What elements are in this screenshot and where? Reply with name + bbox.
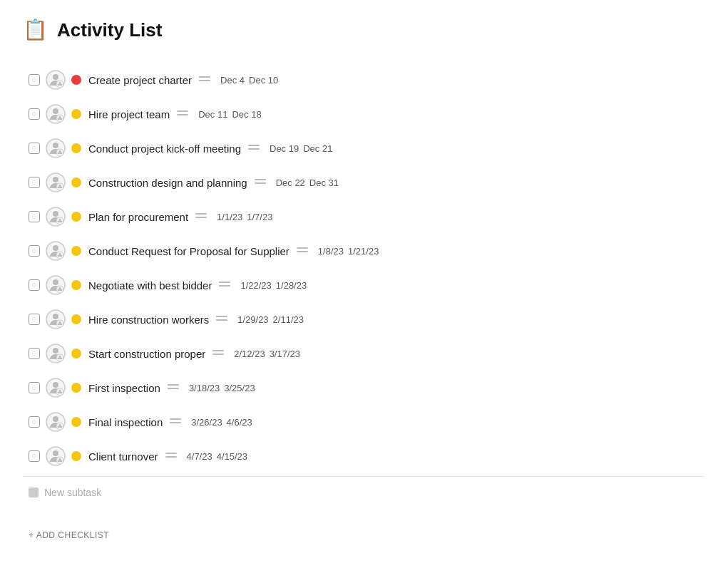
task-name: Create project charter [88, 74, 192, 86]
task-row[interactable]: Final inspection3/26/234/6/23 [23, 405, 705, 439]
task-name: Hire construction workers [88, 314, 209, 326]
task-lines-icon [168, 416, 183, 428]
task-date-end: 2/11/23 [273, 314, 304, 325]
status-dot [71, 246, 81, 256]
task-name: Client turnover [88, 450, 158, 463]
task-checkbox[interactable] [29, 279, 40, 291]
task-row[interactable]: Create project charterDec 4Dec 10 [23, 63, 705, 97]
status-dot [71, 417, 81, 427]
task-dates: 1/1/231/7/23 [217, 212, 272, 222]
task-row[interactable]: Start construction proper2/12/233/17/23 [23, 336, 705, 371]
task-date-end: 3/25/23 [224, 383, 255, 393]
task-checkbox[interactable] [29, 143, 40, 154]
task-lines-icon [253, 176, 267, 189]
task-row[interactable]: First inspection3/18/233/25/23 [23, 371, 705, 405]
task-name: Hire project team [88, 108, 170, 120]
assignee-icon [46, 446, 66, 466]
task-lines-icon [164, 450, 178, 463]
svg-point-1 [53, 74, 58, 80]
assignee-icon [46, 172, 66, 192]
page-header: 📋 Activity List [23, 17, 705, 43]
task-dates: Dec 4Dec 10 [220, 75, 278, 86]
assignee-icon [46, 70, 66, 90]
task-checkbox[interactable] [29, 416, 40, 428]
task-lines-icon [211, 347, 225, 360]
task-dates: 1/8/231/21/23 [318, 246, 379, 257]
task-dates: Dec 22Dec 31 [276, 177, 339, 188]
task-checkbox[interactable] [29, 245, 40, 257]
svg-point-29 [53, 314, 58, 319]
add-checklist-button[interactable]: + ADD CHECKLIST [29, 530, 109, 540]
task-checkbox[interactable] [29, 450, 40, 462]
task-dates: 1/29/232/11/23 [237, 314, 304, 325]
task-date-start: Dec 22 [276, 177, 305, 188]
svg-point-41 [53, 416, 58, 422]
task-checkbox[interactable] [29, 348, 40, 359]
svg-point-37 [53, 382, 58, 388]
task-checkbox[interactable] [29, 108, 40, 120]
new-subtask-label[interactable]: New subtask [44, 487, 101, 498]
task-date-start: 4/7/23 [187, 451, 212, 462]
task-date-start: Dec 4 [220, 75, 245, 86]
status-dot [71, 143, 81, 153]
status-dot [71, 109, 81, 119]
task-date-start: 1/29/23 [237, 314, 268, 325]
svg-point-5 [53, 108, 58, 114]
task-row[interactable]: Negotiate with best bidder1/22/231/28/23 [23, 268, 705, 302]
svg-point-21 [53, 245, 58, 251]
task-lines-icon [295, 244, 309, 257]
assignee-icon [46, 378, 66, 398]
task-date-end: Dec 31 [309, 177, 339, 188]
task-date-start: 1/1/23 [217, 212, 242, 222]
task-name: Plan for procurement [88, 211, 188, 223]
task-date-start: Dec 11 [198, 109, 227, 120]
assignee-icon [46, 207, 66, 227]
svg-point-33 [53, 348, 58, 354]
task-date-start: 1/8/23 [318, 246, 344, 257]
task-checkbox[interactable] [29, 382, 40, 393]
status-dot [71, 177, 81, 187]
status-dot [71, 451, 81, 461]
task-date-start: 2/12/23 [234, 349, 265, 359]
status-dot [71, 75, 81, 85]
task-date-end: Dec 18 [232, 109, 261, 120]
task-dates: 3/18/233/25/23 [189, 383, 255, 393]
svg-point-13 [53, 177, 58, 182]
task-dates: 2/12/233/17/23 [234, 349, 300, 359]
task-date-end: 4/15/23 [217, 451, 247, 462]
task-dates: 3/26/234/6/23 [191, 417, 252, 428]
task-date-end: 1/28/23 [276, 280, 307, 291]
task-name: Conduct project kick-off meeting [88, 143, 241, 155]
task-lines-icon [198, 73, 212, 86]
task-list: Create project charterDec 4Dec 10 Hire p… [23, 63, 705, 473]
task-row[interactable]: Plan for procurement1/1/231/7/23 [23, 200, 705, 234]
task-row[interactable]: Hire construction workers1/29/232/11/23 [23, 302, 705, 336]
activity-list-icon: 📋 [23, 17, 48, 43]
task-row[interactable]: Construction design and planningDec 22De… [23, 165, 705, 200]
assignee-icon [46, 241, 66, 261]
task-date-start: Dec 19 [270, 143, 299, 154]
task-lines-icon [215, 313, 229, 326]
task-checkbox[interactable] [29, 74, 40, 86]
task-lines-icon [166, 381, 180, 394]
task-date-end: 3/17/23 [270, 349, 300, 359]
page-container: 📋 Activity List Create project charterDe… [0, 0, 728, 564]
status-dot [71, 280, 81, 290]
task-date-end: 4/6/23 [227, 417, 252, 428]
task-row[interactable]: Hire project teamDec 11Dec 18 [23, 97, 705, 131]
svg-point-45 [53, 450, 58, 456]
task-row[interactable]: Conduct Request for Proposal for Supplie… [23, 234, 705, 268]
task-lines-icon [175, 108, 190, 120]
task-name: Negotiate with best bidder [88, 279, 212, 292]
task-row[interactable]: Client turnover4/7/234/15/23 [23, 439, 705, 473]
task-checkbox[interactable] [29, 314, 40, 325]
task-checkbox[interactable] [29, 177, 40, 188]
new-subtask-icon [29, 488, 39, 497]
task-row[interactable]: Conduct project kick-off meetingDec 19De… [23, 131, 705, 165]
assignee-icon [46, 104, 66, 124]
new-subtask-row[interactable]: New subtask [23, 476, 705, 508]
status-dot [71, 349, 81, 359]
task-name: First inspection [88, 382, 160, 394]
svg-point-17 [53, 211, 58, 217]
task-checkbox[interactable] [29, 211, 40, 222]
